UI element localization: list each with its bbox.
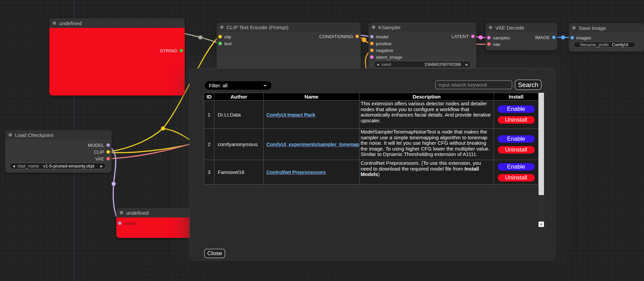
node-title: undefined xyxy=(59,20,82,26)
output-slot-vae[interactable]: VAE xyxy=(95,155,110,162)
slot-dot[interactable] xyxy=(552,36,556,39)
slot-dot[interactable] xyxy=(356,35,359,38)
node-collapse-dot[interactable] xyxy=(220,25,224,29)
column-header: Description xyxy=(360,93,494,101)
slot-dot[interactable] xyxy=(487,42,491,46)
input-slot-model[interactable]: model xyxy=(370,33,389,40)
extension-install-cell: EnableUninstall xyxy=(494,160,539,185)
search-button[interactable]: Search xyxy=(515,80,542,90)
filter-select[interactable]: Filter: all ⌄ xyxy=(205,81,271,90)
input-slot-negative[interactable]: negative xyxy=(370,47,393,54)
node-title: Load Checkpoint xyxy=(15,132,53,138)
extension-description: ModelSamplerTonemapNoiseTest a node that… xyxy=(360,129,494,160)
extension-author: comfyanonymous xyxy=(214,129,264,160)
node-collapse-dot[interactable] xyxy=(489,26,492,29)
extension-description: ControlNet Preprocessors. (To use this e… xyxy=(360,160,494,185)
extension-author: Dr.Lt.Data xyxy=(214,101,264,129)
node-collapse-dot[interactable] xyxy=(120,211,123,214)
custom-nodes-manager-dialog: Filter: all ⌄ Search IDAuthorNameDescrip… xyxy=(189,68,555,261)
slot-dot[interactable] xyxy=(106,150,110,154)
node-title-bar: Save Image xyxy=(569,23,644,33)
slot-dot[interactable] xyxy=(118,222,121,225)
input-slot-samples[interactable]: samples xyxy=(487,34,510,41)
node-graph-canvas[interactable]: undefined STRING CLIP Text Encode (Promp… xyxy=(0,0,644,281)
enable-button[interactable]: Enable xyxy=(497,162,535,171)
table-row: 2 comfyanonymous ComfyUI_experiments/sam… xyxy=(204,129,539,160)
input-slot-images[interactable]: images xyxy=(571,34,591,41)
widget-left-arrow-icon[interactable]: ◀ xyxy=(377,63,379,66)
search-input[interactable] xyxy=(435,80,512,89)
output-slot-string[interactable]: STRING xyxy=(160,47,183,54)
node-load-checkpoint[interactable]: Load Checkpoint MODEL CLIP VAE ◀ ckpt_na… xyxy=(5,130,112,173)
extension-install-cell: EnableUninstall xyxy=(494,129,539,160)
table-scrollbar[interactable]: ▼ xyxy=(539,93,544,227)
filename-prefix-widget[interactable]: filename_prefix ComfyUI xyxy=(574,42,635,48)
enable-button[interactable]: Enable xyxy=(497,135,535,143)
slot-dot[interactable] xyxy=(106,143,110,147)
extensions-table-area: IDAuthorNameDescriptionInstall 1 Dr.Lt.D… xyxy=(204,93,544,227)
slot-dot[interactable] xyxy=(370,42,374,45)
extension-id: 1 xyxy=(204,101,214,129)
widget-right-arrow-icon[interactable]: ▶ xyxy=(100,164,103,168)
slot-dot[interactable] xyxy=(106,157,110,160)
table-row: 1 Dr.Lt.Data ComfyUI Impact Pack This ex… xyxy=(204,101,539,129)
node-title: undefined xyxy=(126,210,149,216)
table-header-row: IDAuthorNameDescriptionInstall xyxy=(204,93,539,101)
slot-dot[interactable] xyxy=(218,42,222,45)
input-slot-latent-image[interactable]: latent_image xyxy=(370,54,402,60)
node-title-bar: undefined xyxy=(116,208,198,217)
column-header: Author xyxy=(214,93,264,101)
node-vae-decode[interactable]: VAE Decode samples vae IMAGE xyxy=(485,23,557,50)
uninstall-button[interactable]: Uninstall xyxy=(497,173,535,182)
node-collapse-dot[interactable] xyxy=(372,25,375,29)
input-slot-positive[interactable]: positive xyxy=(370,40,392,47)
node-title-bar: CLIP Text Encode (Prompt) xyxy=(217,22,361,32)
node-undefined-top[interactable]: undefined STRING xyxy=(49,18,185,95)
enable-button[interactable]: Enable xyxy=(497,105,535,113)
output-slot-image[interactable]: IMAGE xyxy=(535,34,556,41)
table-row: 3 Fannovel16 ControlNet Preprocessors Co… xyxy=(204,160,539,185)
slot-dot[interactable] xyxy=(571,36,574,39)
extension-author: Fannovel16 xyxy=(214,160,264,185)
input-slot-text[interactable]: text xyxy=(218,40,232,47)
extension-description: This extension offers various detector n… xyxy=(360,101,494,129)
slot-dot[interactable] xyxy=(370,35,374,38)
slot-dot[interactable] xyxy=(370,49,374,52)
node-ksampler[interactable]: KSampler model positive negative latent_… xyxy=(368,22,476,73)
output-slot-latent[interactable]: LATENT xyxy=(451,33,475,40)
input-slot-model[interactable]: model xyxy=(118,220,136,227)
node-collapse-dot[interactable] xyxy=(53,21,56,25)
slot-dot[interactable] xyxy=(180,49,183,52)
slot-dot[interactable] xyxy=(487,36,491,39)
extension-install-cell: EnableUninstall xyxy=(494,101,539,129)
extension-id: 2 xyxy=(204,129,214,160)
node-collapse-dot[interactable] xyxy=(9,133,12,137)
output-slot-model[interactable]: MODEL xyxy=(88,142,110,148)
input-slot-vae[interactable]: vae xyxy=(487,41,500,48)
slot-dot[interactable] xyxy=(370,55,374,59)
uninstall-button[interactable]: Uninstall xyxy=(497,145,535,154)
extension-name-link[interactable]: ComfyUI Impact Pack xyxy=(266,112,315,118)
node-title: CLIP Text Encode (Prompt) xyxy=(227,24,288,30)
node-save-image[interactable]: Save Image images filename_prefix ComfyU… xyxy=(569,23,644,52)
widget-right-arrow-icon[interactable]: ▶ xyxy=(466,63,468,66)
ckpt-name-widget[interactable]: ◀ ckpt_name v1-5-pruned-emaonly.ckpt ▶ xyxy=(10,163,106,169)
seed-widget[interactable]: ◀ seed 156680208700286 ▶ xyxy=(374,61,471,68)
node-clip-text-encode[interactable]: CLIP Text Encode (Prompt) clip text COND… xyxy=(217,22,361,73)
output-slot-clip[interactable]: CLIP xyxy=(94,148,110,155)
scrollbar-thumb[interactable] xyxy=(539,93,544,195)
extension-name-link[interactable]: ControlNet Preprocessors xyxy=(266,170,326,175)
node-collapse-dot[interactable] xyxy=(572,26,576,30)
widget-left-arrow-icon[interactable]: ◀ xyxy=(13,164,15,168)
extension-id: 3 xyxy=(204,160,214,185)
scroll-down-arrow-icon[interactable]: ▼ xyxy=(539,222,544,227)
extension-name-link[interactable]: ComfyUI_experiments/sampler_tonemap xyxy=(266,142,359,147)
uninstall-button[interactable]: Uninstall xyxy=(497,116,535,124)
slot-dot[interactable] xyxy=(218,35,222,38)
extensions-table: IDAuthorNameDescriptionInstall 1 Dr.Lt.D… xyxy=(204,93,539,185)
node-undefined-bottom[interactable]: undefined model xyxy=(116,208,198,238)
input-slot-clip[interactable]: clip xyxy=(218,33,231,40)
close-button[interactable]: Close xyxy=(204,249,225,258)
output-slot-conditioning[interactable]: CONDITIONING xyxy=(319,33,359,40)
slot-dot[interactable] xyxy=(471,35,475,38)
